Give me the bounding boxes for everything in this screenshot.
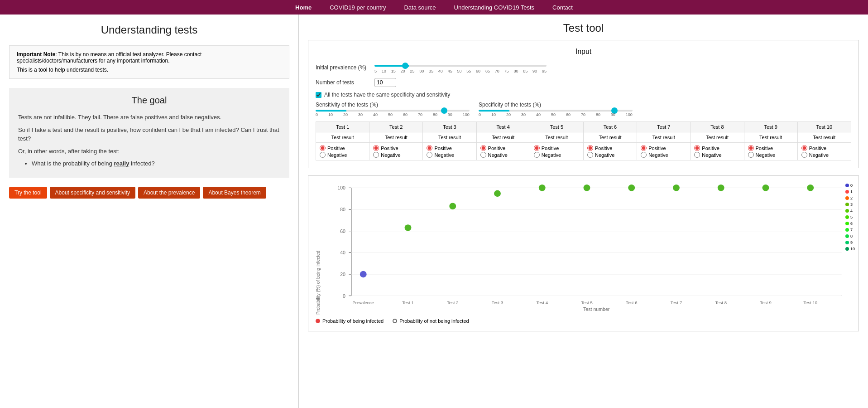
nav-home[interactable]: Home [295,4,312,11]
bullet-1: What is the probability of being really … [32,159,280,169]
num-tests-row: Number of tests [316,78,851,87]
test-header-8: Test 8 [691,122,744,132]
test-header-1: Test 1 [316,122,369,132]
checkbox-row: All the tests have the same specificity … [316,92,851,98]
test-result-label-4: Test result [476,132,530,143]
svg-text:Test 6: Test 6 [626,300,637,305]
test-radio-6: PositiveNegative [583,143,637,160]
two-col-sliders: Sensitivity of the tests (%) 01020304050… [316,102,851,117]
test-header-3: Test 3 [423,122,476,132]
radio-positive-5[interactable] [534,145,540,151]
test-radio-10: PositiveNegative [797,143,851,160]
svg-text:Test number: Test number [583,307,610,312]
specificity-block: Specificity of the tests (%) 01020304050… [479,102,633,117]
test-radio-3: PositiveNegative [423,143,476,160]
radio-negative-4[interactable] [480,152,486,158]
test-radio-8: PositiveNegative [691,143,744,160]
legend-item-8: 8 [845,234,855,238]
legend-dot-4 [845,209,849,213]
about-specificity-button[interactable]: About specificity and sensitivity [50,187,135,199]
num-tests-label: Number of tests [316,79,370,86]
radio-positive-7[interactable] [641,145,647,151]
sensitivity-slider[interactable] [316,110,470,112]
test-radio-9: PositiveNegative [744,143,797,160]
legend-dot-0 [845,184,849,187]
para-3: Or, in other words, after taking the tes… [18,147,280,156]
svg-text:Test 2: Test 2 [447,300,458,305]
para-1: Tests are not infallible. They fail. The… [18,113,280,122]
legend-item-5: 5 [845,215,855,219]
radio-negative-8[interactable] [694,152,700,158]
radio-positive-4[interactable] [480,145,486,151]
chart-inner: 0 20 40 60 80 [322,183,851,315]
radio-negative-6[interactable] [587,152,593,158]
legend-dot-1 [845,190,849,194]
svg-point-39 [673,185,680,191]
svg-point-34 [449,203,456,210]
svg-text:Test 4: Test 4 [537,300,548,305]
chart-legend: Probability of being infected Probabilit… [316,318,851,324]
svg-text:80: 80 [340,207,345,212]
nav-contact[interactable]: Contact [552,4,573,11]
test-header-2: Test 2 [369,122,423,132]
num-tests-input[interactable] [374,78,396,87]
radio-positive-8[interactable] [694,145,700,151]
nav-covid19[interactable]: COVID19 per country [330,4,386,11]
legend-item-1: 1 [845,189,855,194]
sensitivity-ticks: 0102030405060708090100 [316,112,470,117]
radio-negative-3[interactable] [427,152,432,158]
nav-understanding[interactable]: Understanding COVID19 Tests [454,4,535,11]
about-bayes-button[interactable]: About Bayes theorem [203,187,266,199]
test-result-label-6: Test result [583,132,637,143]
specificity-slider[interactable] [479,110,633,112]
svg-point-33 [405,224,412,231]
same-spec-checkbox[interactable] [316,92,321,98]
note-sub: This is a tool to help understand tests. [17,67,282,73]
test-header-9: Test 9 [744,122,797,132]
test-radio-7: PositiveNegative [637,143,691,160]
specificity-ticks: 0102030405060708090100 [479,112,633,117]
input-section: Input Initial prevalence (%) 51015202530… [308,40,859,168]
test-radio-5: PositiveNegative [530,143,583,160]
prevalence-slider-wrapper: 5101520253035404550556065707580859095 [374,61,547,73]
radio-positive-1[interactable] [320,145,326,151]
radio-positive-3[interactable] [427,145,432,151]
nav-data-source[interactable]: Data source [404,4,436,11]
test-result-label-1: Test result [316,132,369,143]
test-radio-4: PositiveNegative [476,143,530,160]
para-2: So if I take a test and the result is po… [18,126,280,143]
svg-text:Test 8: Test 8 [715,300,727,305]
legend-item-7: 7 [845,228,855,232]
note-text: Important Note: This is by no means an o… [17,51,282,64]
radio-negative-9[interactable] [748,152,754,158]
test-radio-1: PositiveNegative [316,143,369,160]
svg-text:100: 100 [337,186,345,191]
radio-positive-10[interactable] [801,145,807,151]
radio-positive-9[interactable] [748,145,754,151]
legend-infected: Probability of being infected [316,318,384,324]
radio-negative-1[interactable] [320,152,326,158]
svg-text:Test 7: Test 7 [671,300,682,305]
radio-negative-2[interactable] [373,152,379,158]
checkbox-label: All the tests have the same specificity … [324,92,450,98]
svg-point-37 [584,185,590,191]
left-panel: Understanding tests Important Note: This… [0,15,299,408]
test-header-4: Test 4 [476,122,530,132]
legend-item-9: 9 [845,240,855,245]
try-tool-button[interactable]: Try the tool [9,187,47,199]
svg-text:Test 5: Test 5 [581,300,592,305]
navigation: Home COVID19 per country Data source Und… [0,0,868,15]
prevalence-slider[interactable] [374,65,547,67]
radio-positive-2[interactable] [373,145,379,151]
radio-negative-5[interactable] [534,152,540,158]
radio-negative-10[interactable] [801,152,807,158]
test-header-6: Test 6 [583,122,637,132]
about-prevalence-button[interactable]: About the prevalence [138,187,200,199]
svg-point-35 [494,190,501,197]
test-result-label-3: Test result [423,132,476,143]
note-important: Important Note [17,51,55,58]
radio-positive-6[interactable] [587,145,593,151]
svg-text:Test 10: Test 10 [803,300,817,305]
legend-dot-6 [845,222,849,225]
radio-negative-7[interactable] [641,152,647,158]
